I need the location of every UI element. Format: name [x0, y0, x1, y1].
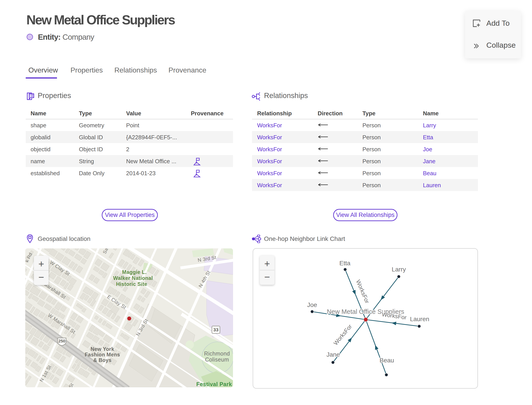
- svg-text:Historic Site: Historic Site: [116, 281, 147, 287]
- svg-text:Beau: Beau: [379, 357, 394, 364]
- svg-text:New York: New York: [91, 346, 114, 352]
- svg-text:Coliseum: Coliseum: [205, 357, 229, 363]
- svg-text:250: 250: [58, 339, 65, 343]
- svg-text:& Boys: & Boys: [93, 357, 112, 363]
- svg-text:Larry: Larry: [392, 266, 406, 273]
- svg-text:Maggie L.: Maggie L.: [122, 269, 147, 275]
- svg-text:33: 33: [213, 327, 218, 332]
- svg-text:Festival Park: Festival Park: [196, 381, 232, 387]
- svg-text:Jane: Jane: [326, 351, 340, 358]
- svg-text:Joe: Joe: [307, 301, 317, 308]
- svg-text:Etta: Etta: [339, 260, 351, 267]
- svg-text:WorksFor: WorksFor: [355, 279, 371, 304]
- svg-text:WorksFor: WorksFor: [332, 323, 353, 346]
- svg-text:Lauren: Lauren: [410, 316, 429, 323]
- svg-text:Fashion Mens: Fashion Mens: [85, 352, 120, 358]
- svg-text:Richmond: Richmond: [204, 351, 230, 357]
- svg-text:Walker National: Walker National: [113, 275, 153, 281]
